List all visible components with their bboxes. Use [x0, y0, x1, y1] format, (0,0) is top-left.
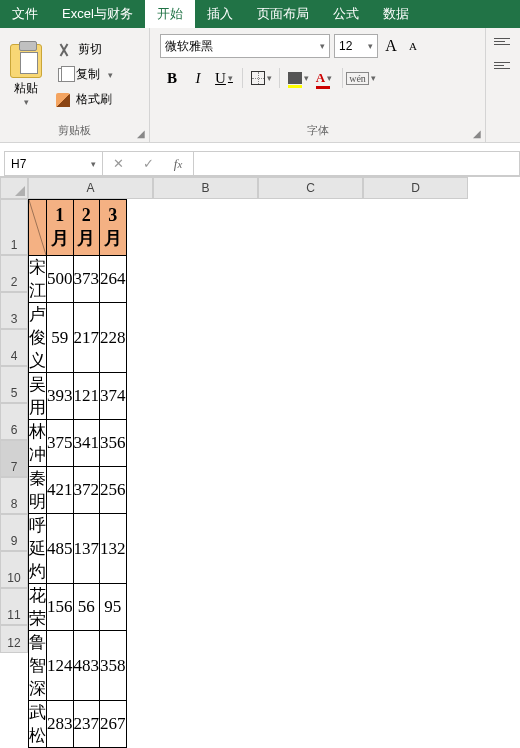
ribbon: 粘贴 ▾ 剪切 复制 ▾ 格式刷 剪贴板 ◢ — [0, 28, 520, 143]
paste-button[interactable]: 粘贴 ▾ — [8, 42, 48, 107]
format-painter-button[interactable]: 格式刷 — [52, 89, 117, 110]
bold-button[interactable]: B — [160, 66, 184, 90]
underline-button[interactable]: U▾ — [212, 66, 236, 90]
row-header-3[interactable]: 3 — [0, 292, 28, 329]
data-cell[interactable]: 256 — [100, 467, 127, 514]
data-cell[interactable]: 137 — [73, 514, 100, 584]
data-cell[interactable]: 267 — [100, 701, 127, 748]
data-cell[interactable]: 95 — [100, 584, 127, 631]
chevron-down-icon[interactable]: ▾ — [108, 70, 113, 80]
row-header-8[interactable]: 8 — [0, 477, 28, 514]
col-header-D[interactable]: D — [363, 177, 468, 199]
header-cell[interactable] — [29, 200, 47, 256]
data-cell[interactable]: 264 — [100, 256, 127, 303]
menu-tabs: 文件Excel与财务开始插入页面布局公式数据 — [0, 0, 520, 28]
row-header-10[interactable]: 10 — [0, 551, 28, 588]
decrease-font-button[interactable]: A — [404, 34, 422, 58]
data-cell[interactable]: 林冲 — [29, 420, 47, 467]
data-cell[interactable]: 宋江 — [29, 256, 47, 303]
row-header-1[interactable]: 1 — [0, 199, 28, 255]
data-cell[interactable]: 483 — [73, 631, 100, 701]
row-header-11[interactable]: 11 — [0, 588, 28, 625]
confirm-button[interactable]: ✓ — [133, 152, 163, 175]
select-all-corner[interactable] — [0, 177, 28, 199]
data-cell[interactable]: 373 — [73, 256, 100, 303]
row-header-9[interactable]: 9 — [0, 514, 28, 551]
row-header-12[interactable]: 12 — [0, 625, 28, 653]
dialog-launcher-icon[interactable]: ◢ — [473, 128, 481, 139]
font-size-select[interactable]: 12 ▾ — [334, 34, 378, 58]
row-header-2[interactable]: 2 — [0, 255, 28, 292]
header-cell[interactable]: 3月 — [100, 200, 127, 256]
col-header-B[interactable]: B — [153, 177, 258, 199]
data-cell[interactable]: 217 — [73, 303, 100, 373]
header-cell[interactable]: 1月 — [47, 200, 74, 256]
data-cell[interactable]: 500 — [47, 256, 74, 303]
fx-button[interactable]: fx — [163, 152, 193, 175]
font-color-button[interactable]: A▾ — [312, 66, 336, 90]
tab-4[interactable]: 页面布局 — [245, 0, 321, 28]
col-header-A[interactable]: A — [28, 177, 153, 199]
data-cell[interactable]: 375 — [47, 420, 74, 467]
worksheet: ABCD 123456789101112 1月2月3月宋江500373264卢俊… — [0, 177, 520, 653]
data-cell[interactable]: 237 — [73, 701, 100, 748]
italic-button[interactable]: I — [186, 66, 210, 90]
dialog-launcher-icon[interactable]: ◢ — [137, 128, 145, 139]
data-cell[interactable]: 56 — [73, 584, 100, 631]
data-cell[interactable]: 374 — [100, 373, 127, 420]
brush-icon — [56, 93, 70, 107]
data-cell[interactable]: 283 — [47, 701, 74, 748]
data-cell[interactable]: 132 — [100, 514, 127, 584]
tab-2[interactable]: 开始 — [145, 0, 195, 28]
row-header-6[interactable]: 6 — [0, 403, 28, 440]
copy-button[interactable]: 复制 ▾ — [52, 64, 117, 85]
data-cell[interactable]: 228 — [100, 303, 127, 373]
font-name-select[interactable]: 微软雅黑 ▾ — [160, 34, 330, 58]
phonetic-button[interactable]: wén▾ — [349, 66, 373, 90]
header-cell[interactable]: 2月 — [73, 200, 100, 256]
cancel-button[interactable]: ✕ — [103, 152, 133, 175]
tab-3[interactable]: 插入 — [195, 0, 245, 28]
name-box[interactable]: H7 ▾ — [4, 151, 102, 176]
chevron-down-icon: ▾ — [228, 73, 233, 83]
data-cell[interactable]: 呼延灼 — [29, 514, 47, 584]
copy-icon — [58, 68, 70, 82]
data-cell[interactable]: 121 — [73, 373, 100, 420]
name-box-value: H7 — [11, 157, 26, 171]
cut-label: 剪切 — [78, 41, 102, 58]
data-cell[interactable]: 卢俊义 — [29, 303, 47, 373]
font-size-value: 12 — [339, 39, 352, 53]
row-header-7[interactable]: 7 — [0, 440, 28, 477]
col-header-C[interactable]: C — [258, 177, 363, 199]
data-cell[interactable]: 372 — [73, 467, 100, 514]
chevron-down-icon[interactable]: ▾ — [24, 97, 29, 107]
data-cell[interactable]: 59 — [47, 303, 74, 373]
cut-button[interactable]: 剪切 — [52, 39, 117, 60]
align-left-button[interactable] — [492, 56, 512, 74]
tab-6[interactable]: 数据 — [371, 0, 421, 28]
data-cell[interactable]: 485 — [47, 514, 74, 584]
data-cell[interactable]: 鲁智深 — [29, 631, 47, 701]
row-headers: 123456789101112 — [0, 199, 28, 653]
data-cell[interactable]: 武松 — [29, 701, 47, 748]
data-cell[interactable]: 124 — [47, 631, 74, 701]
fill-color-button[interactable]: ▾ — [286, 66, 310, 90]
row-header-4[interactable]: 4 — [0, 329, 28, 366]
tab-0[interactable]: 文件 — [0, 0, 50, 28]
border-button[interactable]: ▾ — [249, 66, 273, 90]
increase-font-button[interactable]: A — [382, 34, 400, 58]
data-cell[interactable]: 156 — [47, 584, 74, 631]
data-cell[interactable]: 秦明 — [29, 467, 47, 514]
data-cell[interactable]: 341 — [73, 420, 100, 467]
data-cell[interactable]: 393 — [47, 373, 74, 420]
data-cell[interactable]: 356 — [100, 420, 127, 467]
data-cell[interactable]: 358 — [100, 631, 127, 701]
data-cell[interactable]: 421 — [47, 467, 74, 514]
data-cell[interactable]: 吴用 — [29, 373, 47, 420]
data-cell[interactable]: 花荣 — [29, 584, 47, 631]
row-header-5[interactable]: 5 — [0, 366, 28, 403]
formula-input[interactable] — [194, 151, 520, 176]
tab-5[interactable]: 公式 — [321, 0, 371, 28]
align-top-button[interactable] — [492, 32, 512, 50]
tab-1[interactable]: Excel与财务 — [50, 0, 145, 28]
